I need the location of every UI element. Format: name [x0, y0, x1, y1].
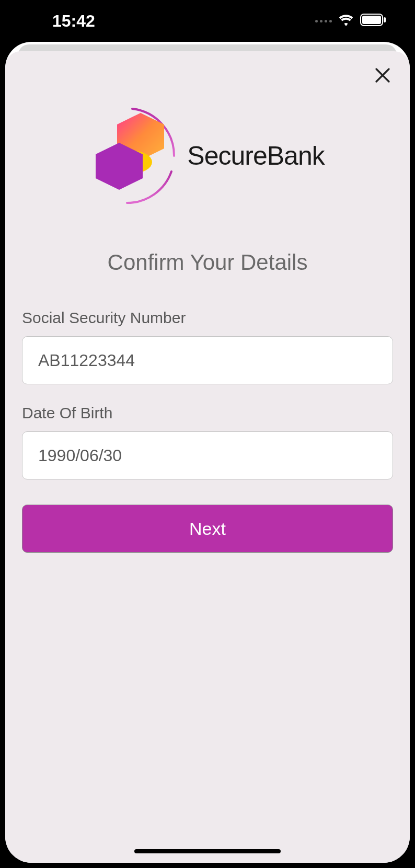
device-frame: 15:42	[0, 0, 415, 868]
brand-logo-icon	[90, 104, 185, 208]
close-button[interactable]	[371, 64, 394, 87]
dob-field-group: Date Of Birth	[22, 404, 393, 479]
svg-rect-1	[362, 16, 381, 24]
status-time: 15:42	[52, 12, 95, 31]
ssn-label: Social Security Number	[22, 309, 393, 327]
status-bar: 15:42	[0, 0, 415, 42]
page-title: Confirm Your Details	[22, 250, 393, 275]
app-background: SecureBank Confirm Your Details Social S…	[5, 42, 410, 863]
close-icon	[373, 66, 392, 86]
wifi-icon	[338, 14, 354, 28]
modal-sheet: SecureBank Confirm Your Details Social S…	[5, 51, 410, 863]
ssn-field-group: Social Security Number	[22, 309, 393, 384]
ssn-input[interactable]	[22, 336, 393, 384]
brand-name: SecureBank	[187, 141, 324, 171]
battery-icon	[360, 14, 386, 28]
svg-rect-2	[384, 17, 386, 22]
logo-section: SecureBank	[22, 104, 393, 208]
next-button[interactable]: Next	[22, 505, 393, 553]
home-indicator[interactable]	[134, 849, 281, 853]
dob-label: Date Of Birth	[22, 404, 393, 422]
dob-input[interactable]	[22, 431, 393, 479]
signal-dots	[315, 20, 332, 22]
status-indicators	[315, 14, 386, 28]
